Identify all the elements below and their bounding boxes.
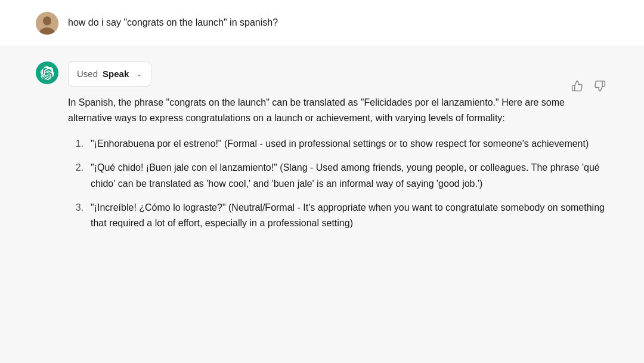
list-item: 3."¡Increíble! ¿Cómo lo lograste?" (Neut… xyxy=(68,200,608,232)
list-item-text: "¡Enhorabuena por el estreno!" (Formal -… xyxy=(91,136,589,152)
list-number: 1. xyxy=(68,136,83,152)
svg-point-1 xyxy=(43,17,51,26)
chat-container: how do i say "congrats on the launch" in… xyxy=(0,0,644,363)
list-item: 1."¡Enhorabuena por el estreno!" (Formal… xyxy=(68,136,608,152)
thumbs-up-button[interactable] xyxy=(569,78,586,94)
feedback-buttons xyxy=(569,78,608,94)
list-item: 2."¡Qué chido! ¡Buen jale con el lanzami… xyxy=(68,160,608,192)
thumbs-down-button[interactable] xyxy=(592,78,608,94)
user-message-text: how do i say "congrats on the launch" in… xyxy=(68,12,278,30)
user-message-row: how do i say "congrats on the launch" in… xyxy=(0,0,644,47)
list-item-text: "¡Increíble! ¿Cómo lo lograste?" (Neutra… xyxy=(91,200,608,232)
list-number: 3. xyxy=(68,200,83,232)
response-body: In Spanish, the phrase "congrats on the … xyxy=(68,95,608,232)
assistant-message-row: Used Speak ⌄ In Spanish, the phrase "con… xyxy=(0,47,644,363)
response-list: 1."¡Enhorabuena por el estreno!" (Formal… xyxy=(68,136,608,232)
used-speak-badge[interactable]: Used Speak ⌄ xyxy=(68,61,151,87)
user-avatar xyxy=(36,12,58,35)
badge-bold-label: Speak xyxy=(103,67,129,81)
assistant-content: Used Speak ⌄ In Spanish, the phrase "con… xyxy=(68,61,608,232)
chevron-down-icon: ⌄ xyxy=(136,68,143,81)
list-number: 2. xyxy=(68,160,83,192)
response-intro: In Spanish, the phrase "congrats on the … xyxy=(68,95,608,127)
badge-prefix-label: Used xyxy=(77,67,98,81)
list-item-text: "¡Qué chido! ¡Buen jale con el lanzamien… xyxy=(91,160,608,192)
assistant-avatar xyxy=(36,61,58,84)
